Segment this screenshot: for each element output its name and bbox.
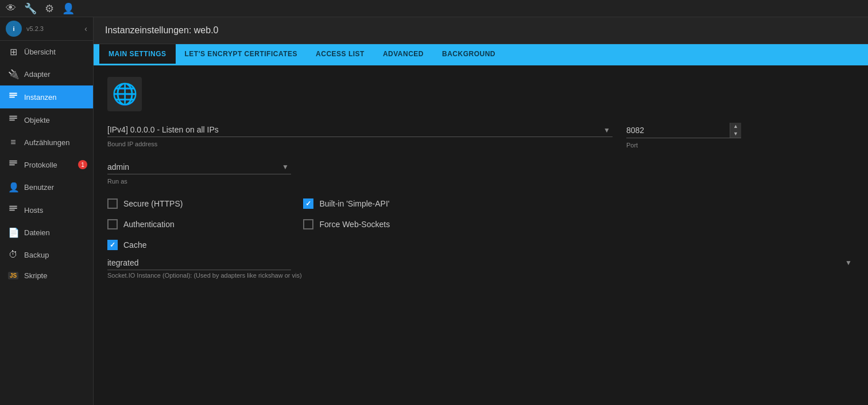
ubersicht-icon: ⊞	[8, 46, 18, 57]
dateien-icon: 📄	[8, 227, 18, 238]
authentication-checkbox[interactable]	[107, 219, 118, 229]
wrench-icon[interactable]: 🔧	[24, 2, 37, 15]
builtin-api-label: Built-in 'Simple-API'	[319, 199, 389, 208]
port-input-wrapper: ▲ ▼	[626, 123, 741, 138]
sidebar-item-label: Adapter	[24, 70, 51, 79]
secure-https-checkbox[interactable]	[107, 198, 118, 209]
sidebar-logo: i v5.2.3 ‹	[0, 17, 93, 41]
protokolle-badge: 1	[78, 160, 87, 169]
svg-rect-4	[9, 118, 17, 119]
bound-ip-select-wrapper: [IPv4] 0.0.0.0 - Listen on all IPs [IPv6…	[107, 123, 613, 137]
port-spin-buttons: ▲ ▼	[730, 123, 741, 138]
sidebar-item-objekte[interactable]: Objekte	[0, 108, 93, 131]
sidebar: i v5.2.3 ‹ ⊞ Übersicht 🔌 Adapter Instanz…	[0, 17, 94, 405]
sidebar-item-label: Objekte	[24, 116, 50, 124]
force-websockets-checkbox[interactable]	[303, 219, 313, 229]
aufzahlungen-icon: ≡	[8, 137, 18, 147]
tab-main-settings[interactable]: MAIN SETTINGS	[99, 44, 176, 65]
svg-rect-9	[9, 206, 17, 207]
adapter-icon: 🔌	[8, 69, 18, 80]
sidebar-item-label: Benutzer	[24, 183, 54, 192]
eye-icon[interactable]: 👁	[6, 2, 16, 14]
secure-https-row[interactable]: Secure (HTTPS)	[107, 198, 183, 209]
tab-background[interactable]: BACKGROUND	[433, 44, 505, 65]
svg-rect-7	[9, 162, 17, 163]
sidebar-item-backup[interactable]: ⏱ Backup	[0, 244, 93, 266]
sidebar-item-label: Aufzählungen	[24, 138, 70, 147]
socket-io-select[interactable]: itegrated none socket.0	[107, 256, 291, 270]
run-as-label: Run as	[107, 178, 291, 185]
port-decrement-button[interactable]: ▼	[730, 130, 741, 138]
checkboxes-section: Secure (HTTPS) Authentication Cache	[107, 198, 854, 250]
tabs-bar: MAIN SETTINGS LET'S ENCRYPT CERTIFICATES…	[94, 44, 868, 65]
collapse-button[interactable]: ‹	[84, 24, 87, 33]
sidebar-item-hosts[interactable]: Hosts	[0, 198, 93, 221]
svg-rect-5	[9, 119, 14, 120]
sidebar-item-benutzer[interactable]: 👤 Benutzer	[0, 176, 93, 198]
bound-ip-field: [IPv4] 0.0.0.0 - Listen on all IPs [IPv6…	[107, 123, 613, 147]
sidebar-item-label: Backup	[24, 251, 49, 259]
logo: i	[6, 21, 22, 37]
sidebar-item-dateien[interactable]: 📄 Dateien	[0, 221, 93, 244]
objekte-icon	[8, 114, 18, 126]
port-increment-button[interactable]: ▲	[730, 123, 741, 130]
sidebar-item-skripte[interactable]: JS Skripte	[0, 266, 93, 286]
gear-icon[interactable]: ⚙	[45, 2, 54, 15]
checkbox-col-right: Built-in 'Simple-API' Force Web-Sockets	[303, 198, 390, 250]
svg-rect-1	[9, 95, 17, 96]
force-websockets-label: Force Web-Sockets	[319, 220, 390, 229]
sidebar-item-label: Protokolle	[24, 161, 57, 169]
run-as-row: admin ▼ Run as	[107, 160, 854, 185]
port-field: ▲ ▼ Port	[626, 123, 741, 149]
top-toolbar: 👁 🔧 ⚙ 👤	[0, 0, 868, 17]
sidebar-item-aufzahlungen[interactable]: ≡ Aufzählungen	[0, 131, 93, 153]
socket-io-help-text: Socket.IO Instance (Optional): (Used by …	[107, 272, 854, 279]
port-label: Port	[626, 142, 741, 149]
socket-io-select-wrapper: itegrated none socket.0 ▼	[107, 256, 854, 270]
cache-label: Cache	[123, 240, 146, 250]
sidebar-item-label: Instanzen	[24, 93, 56, 102]
backup-icon: ⏱	[8, 250, 18, 260]
svg-rect-0	[9, 93, 17, 94]
authentication-row[interactable]: Authentication	[107, 219, 183, 229]
protokolle-icon	[8, 159, 18, 170]
svg-rect-10	[9, 208, 17, 209]
tab-access-list[interactable]: ACCESS LIST	[307, 44, 374, 65]
sidebar-item-label: Skripte	[24, 271, 47, 280]
run-as-select[interactable]: admin	[107, 160, 291, 174]
version-text: v5.2.3	[26, 25, 44, 32]
cache-checkbox[interactable]	[107, 240, 118, 250]
socket-io-dropdown-arrow: ▼	[845, 259, 852, 267]
skripte-icon: JS	[8, 272, 18, 279]
tab-advanced[interactable]: ADVANCED	[374, 44, 433, 65]
benutzer-icon: 👤	[8, 182, 18, 193]
run-as-select-wrapper: admin ▼	[107, 160, 291, 174]
svg-rect-3	[9, 116, 17, 117]
sidebar-item-ubersicht[interactable]: ⊞ Übersicht	[0, 41, 93, 63]
page-header: Instanzeinstellungen: web.0	[94, 17, 868, 44]
sidebar-item-adapter[interactable]: 🔌 Adapter	[0, 63, 93, 85]
bound-ip-select[interactable]: [IPv4] 0.0.0.0 - Listen on all IPs [IPv6…	[107, 123, 613, 137]
secure-https-label: Secure (HTTPS)	[123, 199, 183, 208]
tab-letsencrypt[interactable]: LET'S ENCRYPT CERTIFICATES	[176, 44, 307, 65]
person-icon[interactable]: 👤	[62, 2, 75, 15]
svg-rect-11	[9, 209, 14, 211]
sidebar-item-label: Dateien	[24, 228, 50, 237]
sidebar-item-instanzen[interactable]: Instanzen	[0, 85, 93, 108]
builtin-api-checkbox[interactable]	[303, 198, 313, 209]
content-area: Instanzeinstellungen: web.0 MAIN SETTING…	[94, 17, 868, 405]
instanzen-icon	[8, 91, 18, 103]
page-title: Instanzeinstellungen: web.0	[105, 25, 857, 36]
port-input[interactable]	[626, 123, 730, 137]
authentication-label: Authentication	[123, 220, 175, 229]
force-websockets-row[interactable]: Force Web-Sockets	[303, 219, 390, 229]
bound-ip-port-row: [IPv4] 0.0.0.0 - Listen on all IPs [IPv6…	[107, 123, 854, 149]
svg-rect-2	[9, 96, 14, 98]
builtin-api-row[interactable]: Built-in 'Simple-API'	[303, 198, 390, 209]
hosts-icon	[8, 204, 18, 216]
cache-row[interactable]: Cache	[107, 240, 183, 250]
sidebar-item-protokolle[interactable]: Protokolle 1	[0, 153, 93, 176]
socket-io-row: itegrated none socket.0 ▼ Socket.IO Inst…	[107, 256, 854, 279]
settings-content: 🌐 [IPv4] 0.0.0.0 - Listen on all IPs [IP…	[94, 65, 868, 405]
sidebar-item-label: Übersicht	[24, 48, 56, 56]
